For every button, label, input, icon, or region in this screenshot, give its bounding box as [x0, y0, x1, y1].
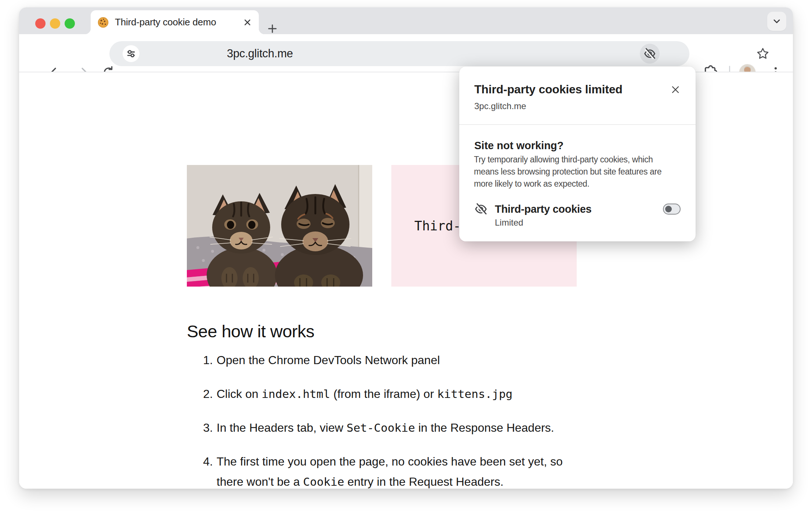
text-segment: Click on	[217, 387, 262, 400]
popup-site: 3pc.glitch.me	[474, 101, 526, 111]
cookie-favicon-icon	[97, 17, 109, 28]
close-window-button[interactable]	[35, 18, 46, 29]
url-text[interactable]: 3pc.glitch.me	[227, 41, 293, 66]
tune-icon	[125, 47, 137, 60]
popup-body-line: means less browsing protection but site …	[474, 166, 661, 178]
list-item-line: Click on index.html (from the iframe) or…	[217, 384, 512, 404]
list-item-line: there won't be a Cookie entry in the Req…	[217, 472, 563, 489]
list-item: 4.The first time you open the page, no c…	[187, 452, 570, 489]
tab-close-icon[interactable]	[243, 18, 252, 27]
popup-close-icon[interactable]	[669, 83, 682, 96]
inline-code: Cookie	[303, 475, 344, 488]
steps-list: 1.Open the Chrome DevTools Network panel…	[187, 350, 570, 489]
text-segment: In the Headers tab, view	[217, 421, 347, 434]
popup-title: Third-party cookies limited	[474, 83, 623, 96]
bookmark-star-icon[interactable]	[755, 46, 770, 61]
list-item: 2.Click on index.html (from the iframe) …	[187, 384, 570, 404]
popup-body: Try temporarily allowing third-party coo…	[474, 154, 661, 190]
text-segment: in the Response Headers.	[415, 421, 554, 434]
text-segment: entry in the Request Headers.	[344, 475, 504, 488]
list-item: 1.Open the Chrome DevTools Network panel	[187, 350, 570, 370]
text-segment: Open the Chrome DevTools Network panel	[217, 353, 440, 367]
list-item-text: The first time you open the page, no coo…	[217, 452, 563, 489]
popup-divider	[459, 124, 696, 125]
popup-toggle-label: Third-party cookies	[495, 203, 591, 215]
list-item-text: Click on index.html (from the iframe) or…	[217, 384, 512, 404]
tab-third-party-cookie-demo[interactable]: Third-party cookie demo	[91, 10, 259, 34]
tab-search-chevron-button[interactable]	[767, 12, 786, 31]
maximize-window-button[interactable]	[65, 18, 75, 29]
inline-code: index.html	[262, 387, 330, 400]
tab-title: Third-party cookie demo	[115, 17, 243, 28]
popup-body-line: more likely to work as expected.	[474, 178, 661, 190]
list-item-number: 1.	[187, 350, 213, 370]
site-settings-button[interactable]	[123, 45, 139, 62]
tracking-protection-button[interactable]	[640, 44, 660, 64]
eye-off-icon	[643, 47, 656, 60]
list-item-number: 3.	[187, 418, 213, 438]
list-item-text: Open the Chrome DevTools Network panel	[217, 350, 440, 370]
tab-strip: Third-party cookie demo	[19, 7, 793, 34]
list-item-line: Open the Chrome DevTools Network panel	[217, 350, 440, 370]
third-party-cookies-popup: Third-party cookies limited 3pc.glitch.m…	[459, 67, 696, 241]
page-heading: See how it works	[187, 321, 314, 341]
list-item-line: In the Headers tab, view Set-Cookie in t…	[217, 418, 554, 438]
text-segment: The first time you open the page, no coo…	[217, 455, 563, 468]
screenshot-canvas: Third-party cookie demo	[0, 0, 812, 521]
address-bar[interactable]: 3pc.glitch.me	[109, 41, 689, 66]
list-item-number: 2.	[187, 384, 213, 404]
popup-body-line: Try temporarily allowing third-party coo…	[474, 154, 661, 166]
third-party-cookies-toggle[interactable]	[663, 204, 681, 215]
kittens-image	[187, 165, 372, 287]
minimize-window-button[interactable]	[50, 18, 60, 29]
popup-section-title: Site not working?	[474, 140, 563, 152]
toggle-knob	[665, 206, 672, 212]
inline-code: kittens.jpg	[437, 387, 512, 400]
list-item: 3.In the Headers tab, view Set-Cookie in…	[187, 418, 570, 438]
eye-off-icon	[474, 202, 488, 216]
popup-toggle-status: Limited	[495, 218, 523, 228]
list-item-text: In the Headers tab, view Set-Cookie in t…	[217, 418, 554, 438]
list-item-line: The first time you open the page, no coo…	[217, 452, 563, 472]
list-item-number: 4.	[187, 452, 213, 489]
inline-code: Set-Cookie	[347, 421, 415, 434]
text-segment: there won't be a	[217, 475, 303, 488]
text-segment: (from the iframe) or	[330, 387, 437, 400]
